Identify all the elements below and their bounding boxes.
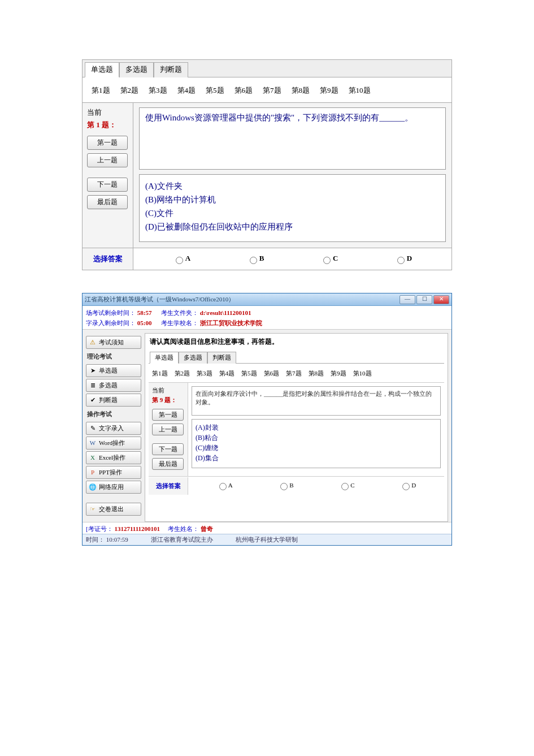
status-bar: 时间： 10:07:59 浙江省教育考试院主办 杭州电子科技大学研制: [83, 534, 451, 545]
qnav-item-8[interactable]: 第8题: [292, 85, 310, 96]
operation-exam-header: 操作考试: [86, 408, 141, 420]
first-question-button[interactable]: 第一题: [87, 136, 128, 150]
list-icon: ≣: [89, 382, 97, 390]
exam-time-value: 58:57: [137, 309, 152, 316]
answer-label: 选择答案: [83, 248, 133, 270]
window-close-button[interactable]: ✕: [433, 295, 449, 304]
window-controls: — ☐ ✕: [400, 295, 449, 304]
answer-radio-c[interactable]: C: [320, 254, 338, 263]
typing-time-label: 字录入剩余时间：: [86, 319, 136, 326]
answer2-radio-a[interactable]: A: [216, 481, 233, 490]
next-question-button[interactable]: 下一题: [87, 178, 128, 192]
prev-question-button-small[interactable]: 上一题: [152, 424, 184, 435]
window-minimize-button[interactable]: —: [400, 295, 415, 304]
exam-notice-button[interactable]: ⚠ 考试须知: [86, 336, 141, 349]
qnav2-item-9[interactable]: 第9题: [331, 369, 346, 378]
qnav-item-3[interactable]: 第3题: [149, 85, 167, 96]
qnav-item-10[interactable]: 第10题: [349, 85, 371, 96]
exam-app-window: 江省高校计算机等级考试（一级Windows7/Office2010） — ☐ ✕…: [82, 293, 452, 546]
qnav2-item-2[interactable]: 第2题: [175, 369, 190, 378]
nav-excel[interactable]: X Excel操作: [86, 451, 141, 464]
last-question-button[interactable]: 最后题: [87, 195, 128, 209]
qnav2-item-7[interactable]: 第7题: [286, 369, 302, 378]
qnav-item-7[interactable]: 第7题: [263, 85, 281, 96]
tab2-multi[interactable]: 多选题: [179, 352, 207, 364]
warning-icon: ⚠: [89, 339, 97, 347]
typing-time-value: 05:00: [137, 319, 152, 326]
nav-single-choice[interactable]: ➤ 单选题: [86, 364, 141, 377]
status-time-value: 10:07:59: [106, 536, 128, 543]
exam-time-label: 场考试剩余时间：: [86, 309, 136, 316]
status-org1: 浙江省教育考试院主办: [151, 535, 213, 544]
answer-label-small: 选择答案: [149, 477, 188, 495]
qnav-item-9[interactable]: 第9题: [320, 85, 338, 96]
last-question-button-small[interactable]: 最后题: [152, 458, 184, 470]
tab2-judge[interactable]: 判断题: [207, 352, 236, 364]
nav-judge[interactable]: ✔ 判断题: [86, 394, 141, 407]
nav-multi-choice[interactable]: ≣ 多选题: [86, 379, 141, 392]
question-text-box: 使用Windows资源管理器中提供的"搜索"，下列资源找不到的有______。: [139, 107, 446, 170]
nav-network[interactable]: 🌐 网络应用: [86, 481, 141, 494]
question-number-nav-small: 第1题 第2题 第3题 第4题 第5题 第6题 第7题 第8题 第9题 第10题: [149, 364, 444, 383]
answer2-radio-d[interactable]: D: [400, 481, 416, 490]
exam-footer: [考证号： 131271111200101 考生姓名： 曾奇: [83, 522, 451, 534]
next-question-button-small[interactable]: 下一题: [152, 443, 184, 455]
qnav-item-1[interactable]: 第1题: [92, 85, 110, 96]
qnav2-item-6[interactable]: 第6题: [264, 369, 280, 378]
nav-word[interactable]: W Word操作: [86, 437, 141, 450]
qnav2-item-10[interactable]: 第10题: [353, 369, 372, 378]
current-label: 当前: [87, 107, 128, 118]
answer2-radio-c[interactable]: C: [338, 481, 354, 490]
qnav2-item-5[interactable]: 第5题: [241, 369, 257, 378]
qnav2-item-3[interactable]: 第3题: [197, 369, 212, 378]
tab-judge[interactable]: 判断题: [154, 62, 188, 77]
qnav2-item-1[interactable]: 第1题: [152, 369, 168, 378]
nav-side-column: 当前 第 1 题： 第一题 上一题 下一题 最后题: [83, 103, 133, 248]
current-label-small: 当前: [152, 386, 184, 395]
nav-ppt-label: PPT操作: [99, 468, 122, 477]
nav-single-label: 单选题: [99, 366, 118, 375]
option2-a: (A)封装: [196, 422, 437, 433]
question-number-nav: 第1题 第2题 第3题 第4题 第5题 第6题 第7题 第8题 第9题 第10题: [83, 77, 451, 103]
status-org2: 杭州电子科技大学研制: [236, 535, 298, 544]
question-panel-large: 单选题 多选题 判断题 第1题 第2题 第3题 第4题 第5题 第6题 第7题 …: [82, 59, 452, 270]
qnav-item-5[interactable]: 第5题: [206, 85, 224, 96]
qnav-item-2[interactable]: 第2题: [120, 85, 139, 96]
answer-radio-a[interactable]: A: [173, 254, 190, 263]
qnav2-item-4[interactable]: 第4题: [219, 369, 235, 378]
submit-exit-button[interactable]: ☞ 交卷退出: [86, 503, 141, 516]
prev-question-button[interactable]: 上一题: [87, 153, 128, 167]
answer-radio-b[interactable]: B: [247, 254, 264, 263]
qnav-item-6[interactable]: 第6题: [235, 85, 253, 96]
exam-id-value: 131271111200101: [114, 525, 160, 532]
candidate-folder-label: 考生文件夹：: [161, 309, 198, 316]
nav-ppt[interactable]: P PPT操作: [86, 466, 141, 479]
tab-multi-choice[interactable]: 多选题: [119, 62, 154, 77]
exam-notice-label: 考试须知: [99, 338, 124, 347]
window-maximize-button[interactable]: ☐: [416, 295, 432, 304]
question-type-tabs: 单选题 多选题 判断题: [83, 60, 451, 77]
candidate-name-value: 曾奇: [201, 525, 213, 532]
answer-row-small: 选择答案 A B C D: [149, 476, 444, 495]
nav-typing-label: 文字录入: [99, 424, 124, 433]
question-type-tabs-small: 单选题 多选题 判断题: [149, 350, 444, 364]
check-icon: ✔: [89, 396, 97, 404]
answer2-radio-b[interactable]: B: [277, 481, 293, 490]
pointer-icon: ➤: [89, 367, 97, 375]
option2-d: (D)集合: [196, 453, 437, 463]
first-question-button-small[interactable]: 第一题: [152, 409, 184, 421]
answer-radio-d[interactable]: D: [394, 254, 412, 263]
candidate-name-label: 考生姓名：: [168, 525, 199, 532]
qnav-item-4[interactable]: 第4题: [177, 85, 196, 96]
answer-row: 选择答案 A B C D: [83, 248, 451, 270]
exam-center-panel: 请认真阅读题目信息和注意事项，再答题。 单选题 多选题 判断题 第1题 第2题 …: [145, 333, 448, 522]
hand-icon: ☞: [89, 506, 97, 513]
tab-single-choice[interactable]: 单选题: [85, 62, 119, 77]
nav-multi-label: 多选题: [99, 381, 118, 390]
tab2-single[interactable]: 单选题: [150, 352, 179, 364]
candidate-folder-value: d:\result\111200101: [200, 309, 251, 316]
qnav2-item-8[interactable]: 第8题: [309, 369, 324, 378]
school-value: 浙江工贸职业技术学院: [200, 319, 262, 326]
text-icon: ✎: [89, 425, 97, 433]
nav-typing[interactable]: ✎ 文字录入: [86, 422, 141, 435]
